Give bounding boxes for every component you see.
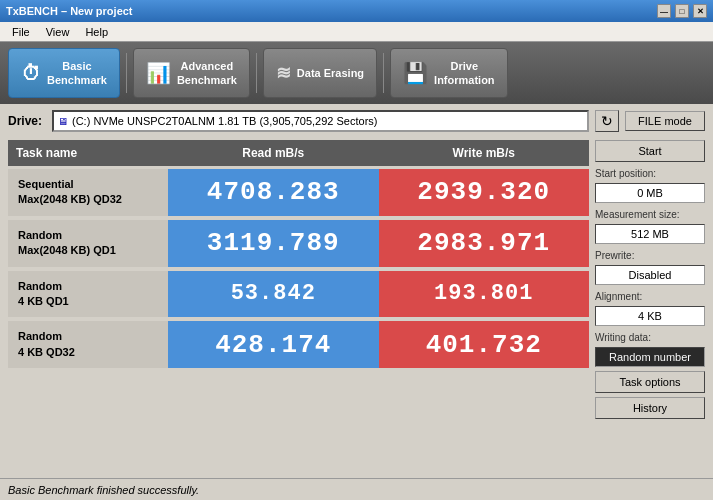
- task-label-sequential: SequentialMax(2048 KB) QD32: [8, 169, 168, 216]
- start-button[interactable]: Start: [595, 140, 705, 162]
- bench-row-random-4k-qd32: Random4 KB QD32 428.174 401.732: [8, 321, 589, 368]
- writing-data-label: Writing data:: [595, 332, 705, 343]
- read-value-sequential: 4708.283: [168, 169, 379, 216]
- drive-icon: 💾: [403, 61, 428, 85]
- drive-select[interactable]: 🖥 (C:) NVMe UNSPC2T0ALNM 1.81 TB (3,905,…: [52, 110, 589, 132]
- chart-icon: 📊: [146, 61, 171, 85]
- start-position-label: Start position:: [595, 168, 705, 179]
- toolbar-separator-3: [383, 53, 384, 93]
- title-bar: TxBENCH – New project — □ ✕: [0, 0, 713, 22]
- task-label-random-2048-qd1: RandomMax(2048 KB) QD1: [8, 220, 168, 267]
- task-options-button[interactable]: Task options: [595, 371, 705, 393]
- close-button[interactable]: ✕: [693, 4, 707, 18]
- toolbar: ⏱ Basic Benchmark 📊 Advanced Benchmark ≋…: [0, 42, 713, 104]
- window-controls[interactable]: — □ ✕: [657, 4, 707, 18]
- write-value-random-2048-qd1: 2983.971: [379, 220, 590, 267]
- prewrite-value: Disabled: [595, 265, 705, 285]
- menu-view[interactable]: View: [38, 24, 78, 40]
- results-container: Task name Read mB/s Write mB/s Sequentia…: [8, 140, 705, 419]
- drive-row: Drive: 🖥 (C:) NVMe UNSPC2T0ALNM 1.81 TB …: [8, 110, 705, 132]
- start-position-value: 0 MB: [595, 183, 705, 203]
- menu-bar: File View Help: [0, 22, 713, 42]
- write-value-random-4k-qd1: 193.801: [379, 271, 590, 318]
- status-text: Basic Benchmark finished successfully.: [8, 484, 199, 496]
- task-label-random-4k-qd1: Random4 KB QD1: [8, 271, 168, 318]
- tab-data-erasing[interactable]: ≋ Data Erasing: [263, 48, 377, 98]
- read-value-random-4k-qd1: 53.842: [168, 271, 379, 318]
- col-read: Read mB/s: [168, 140, 379, 166]
- tab-drive-information[interactable]: 💾 Drive Information: [390, 48, 508, 98]
- tab-advanced-benchmark[interactable]: 📊 Advanced Benchmark: [133, 48, 250, 98]
- drive-label: Drive:: [8, 114, 46, 128]
- bench-row-sequential: SequentialMax(2048 KB) QD32 4708.283 293…: [8, 169, 589, 216]
- bench-row-random-qd1-2048: RandomMax(2048 KB) QD1 3119.789 2983.971: [8, 220, 589, 267]
- alignment-value: 4 KB: [595, 306, 705, 326]
- table-header: Task name Read mB/s Write mB/s: [8, 140, 589, 166]
- main-content: Drive: 🖥 (C:) NVMe UNSPC2T0ALNM 1.81 TB …: [0, 104, 713, 425]
- maximize-button[interactable]: □: [675, 4, 689, 18]
- measurement-size-label: Measurement size:: [595, 209, 705, 220]
- benchmark-results-table: Task name Read mB/s Write mB/s Sequentia…: [8, 140, 589, 419]
- status-bar: Basic Benchmark finished successfully.: [0, 478, 713, 500]
- write-value-sequential: 2939.320: [379, 169, 590, 216]
- menu-file[interactable]: File: [4, 24, 38, 40]
- drive-refresh-button[interactable]: ↻: [595, 110, 619, 132]
- minimize-button[interactable]: —: [657, 4, 671, 18]
- writing-data-value: Random number: [595, 347, 705, 367]
- right-panel: Start Start position: 0 MB Measurement s…: [595, 140, 705, 419]
- write-value-random-4k-qd32: 401.732: [379, 321, 590, 368]
- col-task: Task name: [8, 140, 168, 166]
- alignment-label: Alignment:: [595, 291, 705, 302]
- bench-row-random-4k-qd1: Random4 KB QD1 53.842 193.801: [8, 271, 589, 318]
- toolbar-separator: [126, 53, 127, 93]
- menu-help[interactable]: Help: [77, 24, 116, 40]
- history-button[interactable]: History: [595, 397, 705, 419]
- erase-icon: ≋: [276, 62, 291, 84]
- task-label-random-4k-qd32: Random4 KB QD32: [8, 321, 168, 368]
- toolbar-separator-2: [256, 53, 257, 93]
- tab-basic-benchmark[interactable]: ⏱ Basic Benchmark: [8, 48, 120, 98]
- prewrite-label: Prewrite:: [595, 250, 705, 261]
- file-mode-button[interactable]: FILE mode: [625, 111, 705, 131]
- col-write: Write mB/s: [379, 140, 590, 166]
- read-value-random-2048-qd1: 3119.789: [168, 220, 379, 267]
- clock-icon: ⏱: [21, 62, 41, 85]
- read-value-random-4k-qd32: 428.174: [168, 321, 379, 368]
- window-title: TxBENCH – New project: [6, 5, 133, 17]
- measurement-size-value: 512 MB: [595, 224, 705, 244]
